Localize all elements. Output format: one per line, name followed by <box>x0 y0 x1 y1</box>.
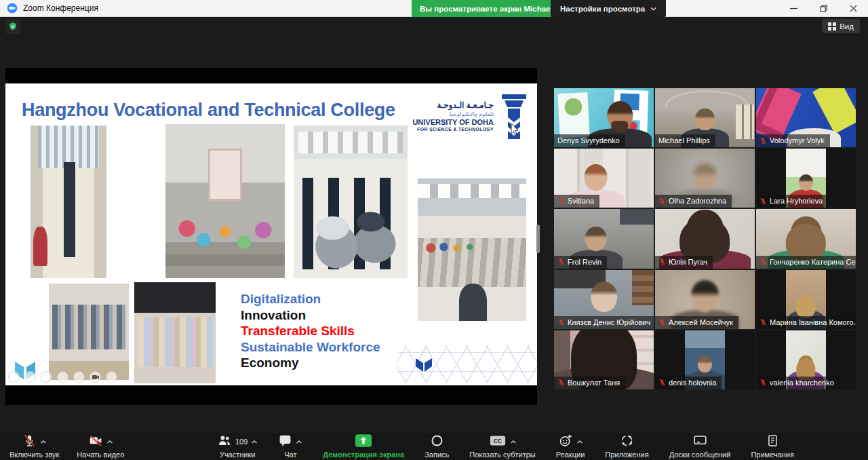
camera-button[interactable] <box>90 371 101 383</box>
close-button[interactable] <box>838 0 868 17</box>
toolbar-participants-button[interactable]: 109Участники <box>217 434 258 459</box>
chevron-up-icon[interactable] <box>576 440 583 444</box>
muted-mic-icon <box>557 258 565 265</box>
participant-name-label: Князєв Денис Юрійович <box>554 316 654 329</box>
toolbar-whiteboards-button[interactable]: Доски сообщений <box>669 434 731 459</box>
participant-tile[interactable]: denis holovnia <box>655 330 755 389</box>
participant-tile[interactable]: Гончаренко Катерина Се… <box>756 209 856 268</box>
muted-mic-icon <box>760 258 767 265</box>
participant-name-label: Volodymyr Volyk <box>756 134 830 147</box>
participant-name-label: Вошкулат Таня <box>554 377 625 389</box>
toolbar-button-label: Показать субтитры <box>469 451 536 459</box>
photo-exhibition <box>165 124 285 278</box>
participant-name-label: Юлія Пугач <box>655 256 713 269</box>
participant-tile[interactable]: Olha Zadorozhna <box>655 149 755 208</box>
window-controls <box>778 0 868 17</box>
prev-slide-button[interactable] <box>8 371 20 383</box>
toolbar-button-label: Реакции <box>556 451 585 459</box>
toolbar-chat-button[interactable]: Чат <box>278 434 302 459</box>
toolbar-button-label: Доски сообщений <box>669 451 731 459</box>
participant-name-label: Olha Zadorozhna <box>655 195 732 208</box>
logo-english-line1: UNIVERSITY OF DOHA <box>412 118 494 128</box>
logo-arabic-line2: للعلوم والتكنولوجيا <box>412 111 494 118</box>
slide-bullet-list: DigitalizationInnovationTransferable Ski… <box>241 291 380 371</box>
toolbar-button-label: Примечания <box>751 451 794 459</box>
muted-mic-icon <box>557 197 565 205</box>
participant-name: Michael Phillips <box>658 136 710 145</box>
slide-bullet: Innovation <box>241 307 380 324</box>
toolbar-reactions-button[interactable]: Реакции <box>556 434 585 459</box>
toolbar-share-screen-button[interactable]: Демонстрация экрана <box>323 434 404 459</box>
view-button[interactable]: Вид <box>822 19 860 33</box>
participant-name: Frol Revin <box>568 258 601 266</box>
participant-name: denis holovnia <box>669 379 716 387</box>
muted-mic-icon <box>760 379 767 386</box>
view-button-label: Вид <box>840 22 854 31</box>
participant-tile[interactable]: Юлія Пугач <box>655 209 755 268</box>
chevron-up-icon[interactable] <box>106 440 113 444</box>
participant-name: Марина Іванівна Комого… <box>770 318 856 326</box>
security-shield-icon[interactable] <box>5 19 20 34</box>
participant-name: Denys Svyrydenko <box>557 136 620 145</box>
muted-mic-icon <box>557 318 565 326</box>
chevron-up-icon[interactable] <box>510 440 517 444</box>
participant-name: Гончаренко Катерина Се… <box>770 258 856 266</box>
participant-tile[interactable]: valeriia kharchenko <box>756 330 856 389</box>
view-settings-dropdown[interactable]: Настройки просмотра <box>551 0 666 17</box>
participant-tile[interactable]: Michael Phillips <box>655 88 755 147</box>
pen-tool-button[interactable] <box>41 371 52 383</box>
participant-name-label: Гончаренко Катерина Се… <box>756 256 856 269</box>
toolbar-button-label: Начать видео <box>77 451 124 459</box>
zoom-app-icon <box>7 3 18 14</box>
meeting-top-bar: Вид <box>0 17 868 35</box>
chevron-up-icon[interactable] <box>40 440 47 444</box>
muted-mic-icon <box>557 379 565 386</box>
slide-bullet: Economy <box>241 355 380 371</box>
chat-icon <box>278 434 292 451</box>
toolbar-apps-button[interactable]: Приложения <box>605 434 648 459</box>
participant-tile[interactable]: Алексей Мосейчук <box>655 270 755 329</box>
logo-english-line2: FOR SCIENCE & TECHNOLOGY <box>412 127 494 132</box>
participant-tile[interactable]: Svitlana <box>554 149 654 208</box>
participant-name: Вошкулат Таня <box>568 379 620 387</box>
camera-icon <box>92 375 99 380</box>
participant-tile[interactable]: Denys Svyrydenko <box>554 88 654 147</box>
photo-clothing-rack-2 <box>134 282 216 383</box>
chevron-up-icon[interactable] <box>251 440 258 444</box>
participant-name-label: Алексей Мосейчук <box>655 316 738 329</box>
muted-mic-icon <box>760 197 767 205</box>
muted-mic-icon <box>658 379 666 386</box>
muted-mic-icon <box>658 318 666 326</box>
laser-button[interactable] <box>73 371 85 383</box>
window-title: Zoom Конференция <box>23 3 98 13</box>
minimize-button[interactable] <box>778 0 808 17</box>
participant-tile[interactable]: Lara Hryhorieva <box>756 149 856 208</box>
next-slide-button[interactable] <box>24 371 36 383</box>
more-controls-button[interactable] <box>106 371 117 383</box>
toolbar-record-button[interactable]: Запись <box>425 434 449 459</box>
toolbar-notes-button[interactable]: Примечания <box>751 434 794 459</box>
toolbar-captions-button[interactable]: CCПоказать субтитры <box>469 434 536 459</box>
participant-tile[interactable]: Вошкулат Таня <box>554 330 654 389</box>
chevron-down-icon <box>650 7 656 11</box>
participant-gallery: Denys SvyrydenkoMichael PhillipsVolodymy… <box>554 88 856 389</box>
toolbar-start-video-button[interactable]: Начать видео <box>77 434 124 459</box>
participant-tile[interactable]: Князєв Денис Юрійович <box>554 270 654 329</box>
toolbar-unmute-button[interactable]: Включить звук <box>9 434 59 459</box>
presenter-controls-overlay <box>8 371 117 383</box>
participant-tile[interactable]: Frol Revin <box>554 209 654 268</box>
restore-button[interactable] <box>808 0 838 17</box>
participant-name-label: valeriia kharchenko <box>756 377 840 389</box>
shared-screen-area: Hangzhou Vocational and Technical Colleg… <box>5 68 537 405</box>
logo-arabic-line1: جـامـعـة الـدوحـة <box>412 100 494 111</box>
highlighter-button[interactable] <box>57 371 68 383</box>
participant-name-label: Lara Hryhorieva <box>756 195 828 208</box>
unmute-icon <box>22 434 37 451</box>
participants-icon <box>217 434 232 451</box>
chevron-up-icon[interactable] <box>296 440 302 444</box>
participant-tile[interactable]: Марина Іванівна Комого… <box>756 270 856 329</box>
photo-computer-lab <box>294 126 408 278</box>
participant-name: Lara Hryhorieva <box>770 197 823 205</box>
panel-resize-handle[interactable] <box>536 225 540 253</box>
participant-tile[interactable]: Volodymyr Volyk <box>756 88 856 147</box>
